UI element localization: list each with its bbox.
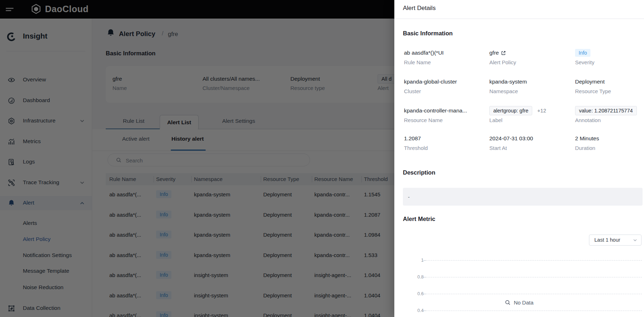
modal-mask[interactable] [0,0,394,317]
field-label: Resource Name [404,117,467,123]
y-axis-tick: 0.8 [398,275,424,280]
drawer-title: Alert Details [403,5,436,12]
field-value: kpanda-system [489,77,527,86]
field-value: Deployment [575,77,611,86]
field-label: Annotation [575,117,637,123]
field-label: Severity [575,59,594,65]
chart-gridline [426,311,642,311]
no-data-label: No Data [514,300,533,306]
time-range-select[interactable]: Last 1 hour [589,235,641,246]
y-axis-tick: 0.4 [398,308,424,313]
severity-badge: Info [575,49,590,57]
drawer-alert-metric-title: Alert Metric [403,216,435,222]
app-root: DaoCloud Insight Overview Dashboard Infr… [0,0,644,317]
chart-gridline [426,277,642,277]
field-label: Label [489,117,546,123]
time-range-value: Last 1 hour [594,237,620,243]
label-chip: alertgroup: gfre [489,106,532,115]
annotation-chip: value: 1.208721175774 [575,106,637,115]
detail-field-namespace: kpanda-system Namespace [489,77,527,94]
detail-field-label: alertgroup: gfre +12 Label [489,106,546,123]
field-value: ab aasdfa*()(*UI [404,48,444,57]
field-value: 2 Minutes [575,134,599,143]
field-label: Threshold [404,145,428,151]
chart-empty-state: No Data [394,298,644,306]
detail-field-cluster: kpanda-global-cluster Cluster [404,77,457,94]
chevron-down-icon [633,238,638,243]
drawer-divider [394,19,644,19]
field-value: 1.2087 [404,134,428,143]
detail-field-threshold: 1.2087 Threshold [404,134,428,151]
detail-field-resource-type: Deployment Resource Type [575,77,611,94]
description-box: - [403,188,643,206]
chart-gridline [426,294,642,294]
alert-policy-link[interactable]: gfre [489,50,506,56]
field-value: 2024-07-31 03:00 [489,134,533,143]
detail-field-rule-name: ab aasdfa*()(*UI Rule Name [404,48,444,65]
detail-field-duration: 2 Minutes Duration [575,134,599,151]
alert-details-drawer: Alert Details Basic Information ab aasdf… [394,0,644,317]
field-value: kpanda-global-cluster [404,77,457,86]
field-value: kpanda-controller-mana... [404,106,467,115]
detail-field-annotation: value: 1.208721175774 Annotation [575,106,637,123]
search-icon [505,300,511,306]
detail-field-start-at: 2024-07-31 03:00 Start At [489,134,533,151]
drawer-description-title: Description [403,169,435,176]
label-more-count[interactable]: +12 [537,108,546,114]
field-label: Cluster [404,88,457,94]
field-label: Alert Policy [489,59,516,65]
field-label: Resource Type [575,88,611,94]
external-link-icon [501,50,506,56]
drawer-basic-information-title: Basic Information [403,30,453,37]
detail-field-alert-policy: gfre Alert Policy [489,48,516,65]
y-axis-tick: 0.6 [398,291,424,296]
field-label: Namespace [489,88,527,94]
chart-gridline [426,260,642,261]
field-label: Duration [575,145,599,151]
detail-field-severity: Info Severity [575,48,594,65]
field-label: Rule Name [404,59,444,65]
detail-field-resource-name: kpanda-controller-mana... Resource Name [404,106,467,123]
link-text: gfre [489,50,499,56]
field-label: Start At [489,145,533,151]
y-axis-tick: 1 [398,258,424,263]
